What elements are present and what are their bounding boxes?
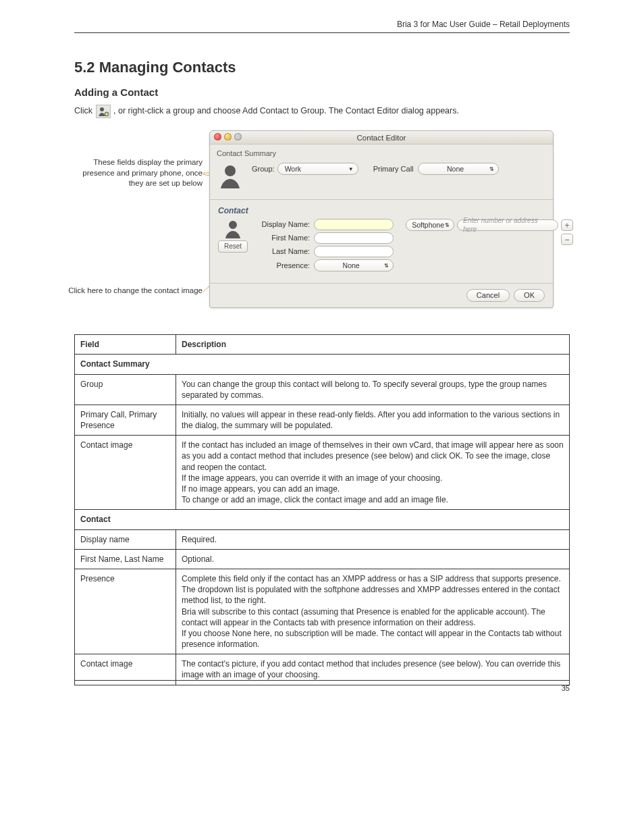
- callout-display-primary: These fields display the primary presenc…: [68, 157, 203, 189]
- softphone-dropdown[interactable]: Softphone ⇅: [406, 219, 454, 231]
- table-row-field: First Name, Last Name: [75, 549, 176, 569]
- first-name-input[interactable]: [314, 232, 394, 244]
- table-row-field: Contact image: [75, 436, 176, 510]
- window-titlebar: Contact Editor: [210, 131, 553, 145]
- ok-button[interactable]: OK: [514, 289, 545, 302]
- presence-label: Presence:: [260, 261, 310, 271]
- running-header: Bria 3 for Mac User Guide – Retail Deplo…: [74, 19, 570, 33]
- window-close-icon[interactable]: [214, 133, 221, 140]
- table-row-desc: Required.: [176, 529, 570, 549]
- chevron-down-icon: ▼: [348, 166, 354, 174]
- table-row-desc: Initially, no values will appear in thes…: [176, 405, 570, 435]
- cancel-button[interactable]: Cancel: [466, 289, 510, 302]
- window-title: Contact Editor: [357, 134, 406, 142]
- contact-editor-window: Contact Editor Contact Summary Group: Wo…: [209, 130, 554, 308]
- intro-paragraph: Click , or right-click a group and choos…: [74, 105, 570, 118]
- intro-pre: Click: [74, 106, 95, 115]
- table-row-desc: Optional.: [176, 549, 570, 569]
- summary-avatar[interactable]: [218, 163, 242, 190]
- group-dropdown[interactable]: Work ▼: [277, 163, 358, 175]
- table-section-contact: Contact: [75, 510, 570, 529]
- window-zoom-icon[interactable]: [234, 133, 242, 140]
- updown-icon: ⇅: [384, 263, 389, 270]
- page-footer: 35: [74, 680, 570, 694]
- add-method-button[interactable]: ＋: [561, 219, 573, 231]
- display-name-input[interactable]: [314, 219, 394, 230]
- table-row-desc: If the contact has included an image of …: [176, 436, 570, 510]
- updown-icon: ⇅: [445, 222, 450, 230]
- reset-button[interactable]: Reset: [218, 240, 248, 253]
- field-description-table: Field Description Contact Summary Group …: [74, 334, 570, 685]
- presence-dropdown[interactable]: None ⇅: [314, 259, 394, 271]
- table-row-field: Primary Call, Primary Presence: [75, 405, 176, 435]
- table-section-summary: Contact Summary: [75, 355, 570, 374]
- table-head-desc: Description: [176, 335, 570, 355]
- last-name-label: Last Name:: [260, 246, 310, 257]
- intro-post: , or right-click a group and choose Add …: [113, 106, 459, 115]
- primary-call-label: Primary Call: [373, 164, 414, 174]
- softphone-label: Softphone: [412, 220, 444, 230]
- last-name-input[interactable]: [314, 246, 394, 257]
- page-number: 35: [562, 683, 570, 694]
- table-row-field: Presence: [75, 569, 176, 654]
- subheading: Adding a Contact: [74, 86, 570, 99]
- callout-change-image: Click here to change the contact image: [68, 286, 203, 296]
- primary-call-value: None: [447, 164, 464, 174]
- display-name-label: Display Name:: [260, 219, 310, 230]
- contact-avatar[interactable]: [223, 219, 242, 239]
- section-title: 5.2 Managing Contacts: [74, 57, 570, 78]
- address-input[interactable]: Enter number or address here: [457, 219, 558, 231]
- first-name-label: First Name:: [260, 233, 310, 243]
- address-placeholder: Enter number or address here: [463, 216, 552, 234]
- add-contact-icon: [96, 105, 111, 118]
- table-row-desc: You can change the group this contact wi…: [176, 374, 570, 405]
- group-label: Group:: [252, 164, 275, 174]
- remove-method-button[interactable]: −: [561, 234, 573, 245]
- presence-value: None: [343, 261, 360, 270]
- table-row-field: Group: [75, 374, 176, 405]
- contact-summary-label: Contact Summary: [210, 145, 553, 160]
- window-minimize-icon[interactable]: [224, 133, 232, 140]
- contact-section-title: Contact: [218, 205, 545, 216]
- group-value: Work: [285, 164, 301, 174]
- table-head-field: Field: [75, 335, 176, 355]
- primary-call-dropdown[interactable]: None ⇅: [418, 163, 499, 175]
- updown-icon: ⇅: [489, 166, 494, 174]
- table-row-desc: Complete this field only if the contact …: [176, 569, 570, 654]
- table-row-field: Display name: [75, 529, 176, 549]
